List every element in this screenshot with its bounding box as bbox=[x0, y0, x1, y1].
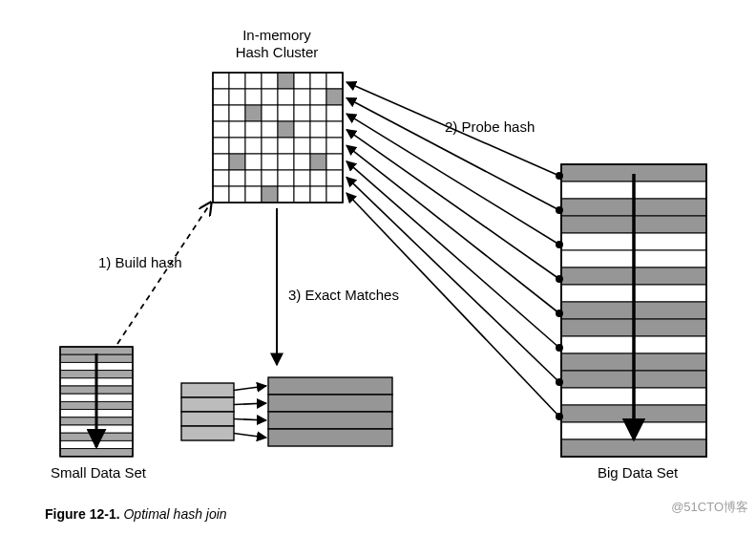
svg-rect-1 bbox=[213, 73, 229, 89]
svg-rect-99 bbox=[181, 383, 234, 397]
svg-rect-27 bbox=[245, 121, 262, 138]
svg-rect-97 bbox=[561, 439, 706, 457]
svg-rect-60 bbox=[262, 186, 278, 203]
svg-rect-31 bbox=[310, 121, 326, 138]
svg-rect-19 bbox=[245, 105, 262, 121]
svg-rect-21 bbox=[278, 105, 294, 121]
svg-rect-25 bbox=[213, 121, 229, 138]
small-data-set-label: Small Data Set bbox=[51, 464, 146, 481]
svg-rect-22 bbox=[294, 105, 310, 121]
svg-line-110 bbox=[234, 434, 266, 439]
svg-rect-53 bbox=[278, 170, 294, 186]
exact-matches-label: 3) Exact Matches bbox=[288, 287, 399, 303]
svg-rect-33 bbox=[213, 138, 229, 154]
svg-rect-46 bbox=[294, 154, 310, 170]
svg-rect-36 bbox=[262, 138, 278, 154]
svg-rect-13 bbox=[278, 89, 294, 105]
svg-rect-55 bbox=[310, 170, 326, 186]
svg-rect-64 bbox=[326, 186, 343, 203]
svg-rect-17 bbox=[213, 105, 229, 121]
svg-rect-42 bbox=[229, 154, 245, 170]
svg-rect-6 bbox=[294, 73, 310, 89]
figure-caption: Figure 12-1. Optimal hash join bbox=[45, 506, 227, 522]
svg-rect-105 bbox=[181, 412, 234, 426]
svg-rect-10 bbox=[229, 89, 245, 105]
watermark: @51CTO博客 bbox=[671, 499, 748, 516]
build-hash-label: 1) Build hash bbox=[98, 254, 182, 270]
svg-rect-40 bbox=[326, 138, 343, 154]
build-hash-arrow bbox=[117, 203, 211, 344]
svg-rect-20 bbox=[262, 105, 278, 121]
svg-rect-29 bbox=[278, 121, 294, 138]
svg-rect-63 bbox=[310, 186, 326, 203]
svg-rect-5 bbox=[278, 73, 294, 89]
svg-rect-109 bbox=[268, 429, 392, 446]
svg-rect-16 bbox=[326, 89, 343, 105]
svg-rect-54 bbox=[294, 170, 310, 186]
svg-rect-28 bbox=[262, 121, 278, 138]
svg-rect-35 bbox=[245, 138, 262, 154]
svg-rect-2 bbox=[229, 73, 245, 89]
exact-matches-group bbox=[181, 377, 392, 446]
svg-rect-57 bbox=[213, 186, 229, 203]
figure-number: Figure 12-1. bbox=[45, 506, 120, 522]
svg-rect-102 bbox=[181, 397, 234, 412]
svg-rect-58 bbox=[229, 186, 245, 203]
svg-line-116 bbox=[346, 161, 559, 348]
figure-title: Optimal hash join bbox=[120, 506, 227, 522]
svg-rect-59 bbox=[245, 186, 262, 203]
svg-rect-47 bbox=[310, 154, 326, 170]
svg-rect-43 bbox=[245, 154, 262, 170]
svg-rect-32 bbox=[326, 121, 343, 138]
hash-cluster-label-line1: In-memory bbox=[229, 27, 325, 43]
hash-cluster-label-line2: Hash Cluster bbox=[221, 44, 332, 60]
svg-rect-79 bbox=[60, 449, 133, 457]
svg-rect-38 bbox=[294, 138, 310, 154]
svg-rect-45 bbox=[278, 154, 294, 170]
svg-rect-12 bbox=[262, 89, 278, 105]
svg-rect-50 bbox=[229, 170, 245, 186]
svg-rect-14 bbox=[294, 89, 310, 105]
svg-rect-23 bbox=[310, 105, 326, 121]
svg-rect-7 bbox=[310, 73, 326, 89]
svg-rect-18 bbox=[229, 105, 245, 121]
svg-rect-41 bbox=[213, 154, 229, 170]
svg-rect-56 bbox=[326, 170, 343, 186]
svg-rect-44 bbox=[262, 154, 278, 170]
big-data-set-label: Big Data Set bbox=[598, 464, 678, 481]
svg-rect-100 bbox=[268, 377, 392, 395]
svg-rect-3 bbox=[245, 73, 262, 89]
svg-rect-4 bbox=[262, 73, 278, 89]
svg-rect-48 bbox=[326, 154, 343, 170]
svg-rect-37 bbox=[278, 138, 294, 154]
svg-rect-62 bbox=[294, 186, 310, 203]
svg-rect-30 bbox=[294, 121, 310, 138]
svg-rect-26 bbox=[229, 121, 245, 138]
svg-rect-52 bbox=[262, 170, 278, 186]
svg-rect-66 bbox=[60, 347, 133, 354]
svg-line-107 bbox=[234, 419, 266, 421]
svg-rect-61 bbox=[278, 186, 294, 203]
svg-rect-51 bbox=[245, 170, 262, 186]
svg-rect-11 bbox=[245, 89, 262, 105]
svg-line-114 bbox=[346, 130, 559, 279]
svg-rect-34 bbox=[229, 138, 245, 154]
svg-rect-8 bbox=[326, 73, 343, 89]
svg-line-112 bbox=[346, 98, 559, 210]
probe-hash-label: 2) Probe hash bbox=[445, 118, 535, 135]
svg-rect-9 bbox=[213, 89, 229, 105]
svg-rect-49 bbox=[213, 170, 229, 186]
svg-line-101 bbox=[234, 386, 266, 391]
svg-line-117 bbox=[346, 177, 559, 382]
svg-rect-106 bbox=[268, 412, 392, 429]
hash-cluster-grid bbox=[213, 73, 343, 203]
svg-rect-39 bbox=[310, 138, 326, 154]
svg-rect-24 bbox=[326, 105, 343, 121]
svg-rect-15 bbox=[310, 89, 326, 105]
svg-rect-108 bbox=[181, 426, 234, 440]
svg-line-104 bbox=[234, 403, 266, 405]
svg-rect-103 bbox=[268, 395, 392, 412]
